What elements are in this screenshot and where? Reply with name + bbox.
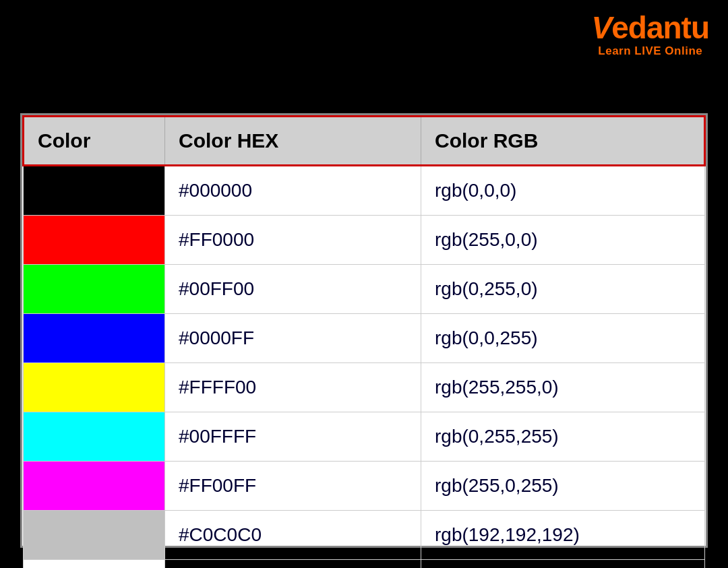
color-swatch	[24, 560, 164, 568]
color-swatch	[24, 314, 164, 362]
color-table-container: Color Color HEX Color RGB #000000rgb(0,0…	[20, 113, 708, 548]
rgb-value: rgb(255,255,255)	[421, 560, 705, 569]
hex-value: #00FFFF	[165, 412, 421, 462]
color-swatch	[24, 412, 164, 461]
color-swatch-cell	[24, 462, 165, 511]
rgb-value: rgb(255,255,0)	[421, 363, 705, 412]
table-row: #000000rgb(0,0,0)	[24, 166, 705, 216]
rgb-value: rgb(0,255,255)	[421, 412, 705, 462]
logo-v-letter: V	[592, 10, 612, 45]
rgb-value: rgb(0,0,0)	[421, 166, 705, 216]
color-swatch	[24, 511, 164, 559]
logo: Vedantu Learn LIVE Online	[592, 12, 709, 58]
rgb-value: rgb(0,0,255)	[421, 314, 705, 363]
table-row: #00FFFFrgb(0,255,255)	[24, 412, 705, 462]
color-swatch	[24, 216, 164, 264]
logo-brand: Vedantu	[592, 12, 709, 43]
table-row: #0000FFrgb(0,0,255)	[24, 314, 705, 363]
color-swatch-cell	[24, 166, 165, 216]
color-swatch-cell	[24, 314, 165, 363]
color-swatch-cell	[24, 412, 165, 462]
rgb-value: rgb(192,192,192)	[421, 511, 705, 560]
color-table: Color Color HEX Color RGB #000000rgb(0,0…	[22, 115, 706, 568]
table-header-row: Color Color HEX Color RGB	[24, 117, 705, 166]
color-swatch-cell	[24, 511, 165, 560]
hex-value: #C0C0C0	[165, 511, 421, 560]
hex-value: #00FF00	[165, 265, 421, 314]
header-color: Color	[24, 117, 165, 166]
color-swatch-cell	[24, 216, 165, 265]
hex-value: #000000	[165, 166, 421, 216]
hex-value: #FFFFFF	[165, 560, 421, 569]
color-swatch	[24, 462, 164, 510]
header-hex: Color HEX	[165, 117, 421, 166]
rgb-value: rgb(255,0,0)	[421, 216, 705, 265]
logo-rest: edantu	[611, 10, 709, 45]
color-swatch	[24, 265, 164, 313]
table-row: #FF0000rgb(255,0,0)	[24, 216, 705, 265]
hex-value: #FF00FF	[165, 462, 421, 511]
table-row: #FFFF00rgb(255,255,0)	[24, 363, 705, 412]
table-row: #FFFFFFrgb(255,255,255)	[24, 560, 705, 569]
table-row: #00FF00rgb(0,255,0)	[24, 265, 705, 314]
hex-value: #FFFF00	[165, 363, 421, 412]
hex-value: #0000FF	[165, 314, 421, 363]
header-rgb: Color RGB	[421, 117, 705, 166]
rgb-value: rgb(255,0,255)	[421, 462, 705, 511]
table-row: #FF00FFrgb(255,0,255)	[24, 462, 705, 511]
logo-tagline: Learn LIVE Online	[592, 44, 709, 58]
color-swatch	[24, 166, 164, 215]
color-swatch-cell	[24, 363, 165, 412]
color-swatch	[24, 363, 164, 412]
rgb-value: rgb(0,255,0)	[421, 265, 705, 314]
hex-value: #FF0000	[165, 216, 421, 265]
table-row: #C0C0C0rgb(192,192,192)	[24, 511, 705, 560]
color-swatch-cell	[24, 560, 165, 569]
color-swatch-cell	[24, 265, 165, 314]
